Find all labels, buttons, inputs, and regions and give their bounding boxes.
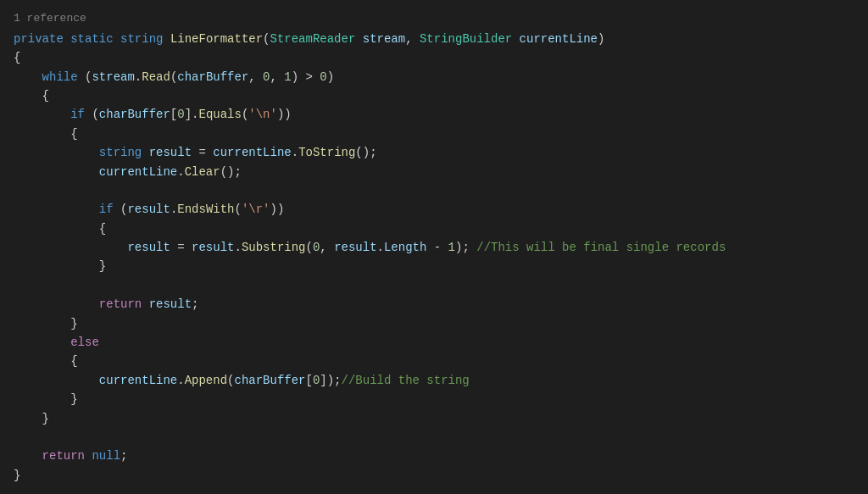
code-line: {: [0, 86, 868, 105]
code-line: private static string LineFormatter(Stre…: [0, 30, 868, 48]
param-stream: stream: [363, 30, 405, 48]
code-line: return result;: [0, 295, 868, 314]
comment2: //Build the string: [342, 371, 470, 390]
keyword-string: string: [120, 30, 163, 48]
code-line: {: [0, 48, 868, 67]
method-name: LineFormatter: [170, 30, 263, 48]
keyword-return2: return: [42, 447, 85, 465]
keyword-if1: if: [70, 105, 85, 124]
type-stringbuilder: StringBuilder: [420, 30, 512, 48]
code-line: return null;: [0, 447, 868, 465]
param-currentline: currentLine: [520, 30, 598, 48]
code-line: {: [0, 219, 868, 238]
code-line: result = result.Substring(0, result.Leng…: [0, 238, 868, 257]
keyword-private: private: [14, 30, 64, 48]
code-line: }: [0, 257, 868, 275]
keyword-string2: string: [99, 143, 142, 162]
code-line: while (stream.Read(charBuffer, 0, 1) > 0…: [0, 68, 868, 86]
code-editor: 1 reference private static string LineFo…: [0, 0, 868, 494]
code-line: currentLine.Clear();: [0, 163, 868, 181]
comment1: //This will be final single records: [476, 238, 726, 257]
code-line: [0, 428, 868, 447]
code-line: if (charBuffer[0].Equals('\n')): [0, 105, 868, 124]
var-result: result: [149, 143, 192, 162]
code-line: }: [0, 466, 868, 485]
type-streamreader: StreamReader: [270, 30, 356, 48]
code-line: string result = currentLine.ToString();: [0, 143, 868, 162]
code-line: currentLine.Append(charBuffer[0]);//Buil…: [0, 371, 868, 390]
keyword-else: else: [70, 333, 99, 352]
keyword-static: static: [70, 30, 113, 48]
code-line: else: [0, 333, 868, 352]
brace: {: [14, 48, 20, 67]
code-line: }: [0, 390, 868, 408]
code-line: [0, 276, 868, 295]
keyword-if2: if: [99, 200, 114, 219]
keyword-null: null: [92, 447, 120, 465]
reference-count: 1 reference: [0, 8, 868, 30]
code-line: if (result.EndsWith('\r')): [0, 200, 868, 219]
code-line: {: [0, 352, 868, 370]
code-line: }: [0, 314, 868, 333]
keyword-return1: return: [99, 295, 142, 314]
code-line: }: [0, 409, 868, 428]
code-line: [0, 181, 868, 200]
code-line: {: [0, 125, 868, 143]
keyword-while: while: [42, 68, 78, 86]
